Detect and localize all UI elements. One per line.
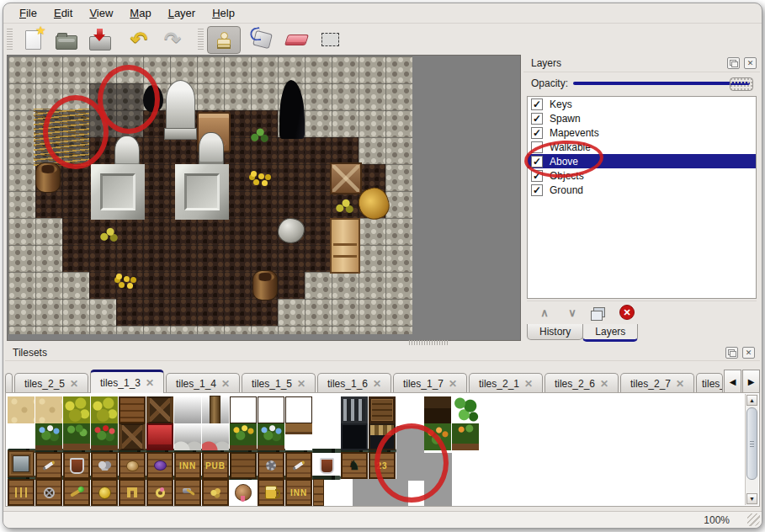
map-tile[interactable] — [278, 164, 305, 191]
map-tile[interactable] — [278, 245, 305, 272]
tileset-tile-ring[interactable] — [146, 479, 173, 506]
map-tile[interactable] — [62, 164, 89, 191]
map-tile[interactable] — [170, 218, 197, 245]
toolbar-grip-2[interactable] — [198, 29, 204, 51]
menu-layer[interactable]: Layer — [161, 5, 204, 21]
tab-close-icon[interactable]: ✕ — [676, 378, 684, 390]
float-icon[interactable] — [725, 347, 738, 359]
map-tile[interactable] — [224, 272, 251, 299]
tab-close-icon[interactable]: ✕ — [221, 378, 230, 390]
layer-row-above[interactable]: ✓Above — [528, 154, 756, 168]
map-tile[interactable] — [89, 299, 116, 326]
menu-edit[interactable]: Edit — [46, 5, 80, 21]
map-tile[interactable] — [8, 218, 35, 245]
map-tile[interactable] — [359, 56, 385, 83]
map-tile[interactable] — [305, 83, 332, 110]
new-file-button[interactable] — [16, 26, 50, 54]
map-tile[interactable] — [305, 218, 332, 245]
tileset-tile-coin[interactable] — [91, 479, 118, 506]
map-tile[interactable] — [170, 272, 197, 299]
map-tile[interactable] — [224, 326, 251, 334]
map-tile[interactable] — [332, 56, 359, 83]
map-tile[interactable] — [305, 191, 332, 218]
tileset-tile-beamtop[interactable] — [285, 423, 312, 450]
map-tile[interactable] — [197, 218, 224, 245]
tileset-tile-darkwood[interactable] — [424, 396, 451, 423]
map-tile[interactable] — [224, 299, 251, 326]
tileset-tab-tiles_2_1[interactable]: tiles_2_1✕ — [469, 373, 543, 393]
layer-checkbox[interactable]: ✓ — [531, 184, 543, 196]
tileset-tile-planter-green[interactable] — [63, 423, 90, 450]
tileset-tile-windowt[interactable] — [8, 450, 35, 477]
tileset-tile-blackwin[interactable] — [341, 423, 368, 450]
map-tile[interactable] — [116, 56, 143, 83]
map-tile[interactable] — [197, 83, 224, 110]
map-tile[interactable] — [116, 218, 143, 245]
map-tile[interactable] — [35, 245, 62, 272]
dock-tab-layers[interactable]: Layers — [582, 324, 638, 342]
map-tile[interactable] — [385, 110, 412, 137]
map-tile[interactable] — [197, 326, 224, 334]
map-tile[interactable] — [332, 137, 359, 164]
opacity-slider[interactable] — [573, 77, 753, 90]
scroll-down-icon[interactable]: ▼ — [746, 493, 757, 504]
map-tile[interactable] — [385, 245, 412, 272]
map-tile[interactable] — [305, 164, 332, 191]
raise-layer-button[interactable]: ∧ — [535, 305, 552, 320]
tileset-tile-flowers-orange[interactable] — [424, 423, 451, 450]
tileset-tile-woodsign[interactable] — [119, 396, 146, 423]
map-tile[interactable] — [170, 56, 197, 83]
map-tile[interactable] — [8, 164, 35, 191]
map-tile[interactable] — [385, 164, 412, 191]
map-tile[interactable] — [143, 164, 170, 191]
float-icon[interactable] — [727, 57, 740, 69]
tileset-tile-pentagram[interactable] — [35, 479, 62, 506]
tileset-tab-clipped-left[interactable] — [5, 373, 13, 393]
tileset-tile-awning[interactable] — [369, 423, 396, 450]
map-tile[interactable] — [224, 83, 251, 110]
menu-help[interactable]: Help — [205, 5, 242, 21]
map-tile[interactable] — [170, 299, 197, 326]
map-tile[interactable] — [35, 83, 62, 110]
map-tile[interactable] — [251, 245, 278, 272]
tileset-tile-flowers-yellow[interactable] — [230, 423, 257, 450]
map-tile[interactable] — [8, 191, 35, 218]
map-tile[interactable] — [305, 326, 332, 334]
tab-close-icon[interactable]: ✕ — [146, 377, 154, 389]
tileset-tile-dragon[interactable] — [202, 479, 229, 506]
tileset-tile-bush[interactable] — [63, 396, 90, 423]
tileset-tile-shutterwin[interactable] — [369, 396, 396, 423]
map-tile[interactable] — [359, 245, 385, 272]
map-tile[interactable] — [278, 272, 305, 299]
map-tile[interactable] — [278, 326, 305, 334]
map-tile[interactable] — [116, 299, 143, 326]
stamp-tool-button[interactable] — [207, 26, 241, 54]
map-tile[interactable] — [143, 191, 170, 218]
tab-close-icon[interactable]: ✕ — [524, 378, 533, 390]
tileset-tile-flowers-blue[interactable] — [35, 423, 62, 450]
map-tile[interactable] — [251, 164, 278, 191]
tileset-tile-post[interactable] — [313, 479, 324, 506]
tileset-tile-foliage[interactable] — [452, 396, 479, 423]
map-tile[interactable] — [89, 137, 116, 164]
map-tile[interactable] — [197, 272, 224, 299]
tileset-tile-flowers-red[interactable] — [91, 423, 118, 450]
map-tile[interactable] — [359, 218, 385, 245]
map-tile[interactable] — [8, 326, 35, 334]
tileset-tile-beams[interactable] — [146, 396, 173, 423]
tileset-tile-sword[interactable] — [285, 452, 312, 479]
map-tile[interactable] — [359, 272, 385, 299]
layer-row-keys[interactable]: ✓Keys — [528, 97, 756, 111]
map-tile[interactable] — [116, 110, 143, 137]
tileset-tab-tiles_1_5[interactable]: tiles_1_5✕ — [242, 373, 316, 393]
tileset-tab-tiles_2_6[interactable]: tiles_2_6✕ — [545, 373, 619, 393]
tileset-tile-redbox[interactable] — [146, 423, 173, 450]
map-tile[interactable] — [35, 218, 62, 245]
tab-scroll-left-icon[interactable]: ◀ — [724, 370, 741, 393]
map-tile[interactable] — [359, 299, 385, 326]
layer-checkbox[interactable]: ✓ — [531, 156, 543, 168]
tileset-tab-tiles[interactable]: tiles_ — [696, 373, 723, 393]
map-tile[interactable] — [278, 191, 305, 218]
map-tile[interactable] — [359, 326, 385, 334]
map-tile[interactable] — [305, 272, 332, 299]
